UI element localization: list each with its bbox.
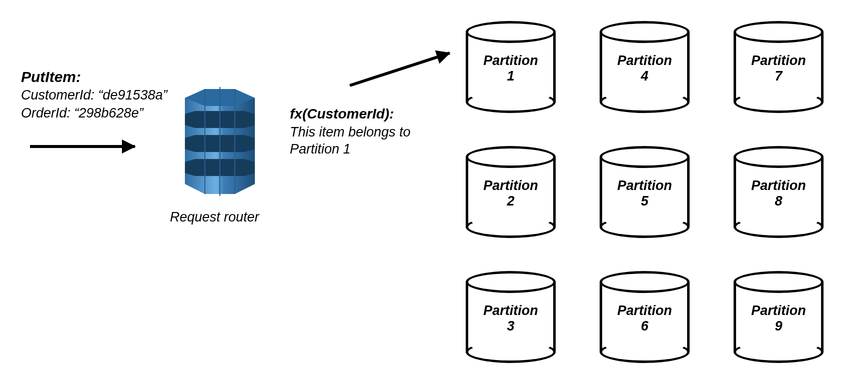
fx-title: fx(CustomerId): (290, 105, 394, 122)
request-order-id: OrderId: “298b628e” (21, 105, 143, 122)
arrow-to-router (30, 145, 135, 148)
fx-line2: Partition 1 (290, 141, 351, 158)
router-caption: Request router (170, 209, 259, 226)
partition-3-label: Partition3 (466, 303, 556, 334)
partition-4-label: Partition4 (600, 53, 690, 84)
partition-5-label: Partition5 (600, 178, 690, 209)
request-operation: PutItem: (21, 68, 81, 86)
partition-7-label: Partition7 (734, 53, 824, 84)
partition-4-cylinder: Partition4 (600, 21, 690, 111)
arrow-to-partition (349, 52, 450, 87)
partition-6-label: Partition6 (600, 303, 690, 334)
partition-1-label: Partition1 (466, 53, 556, 84)
request-router-icon (170, 84, 270, 204)
partition-7-cylinder: Partition7 (734, 21, 824, 111)
partition-2-label: Partition2 (466, 178, 556, 209)
partition-6-cylinder: Partition6 (600, 271, 690, 361)
partition-9-cylinder: Partition9 (734, 271, 824, 361)
partition-1-cylinder: Partition1 (466, 21, 556, 111)
partition-5-cylinder: Partition5 (600, 146, 690, 236)
partition-3-cylinder: Partition3 (466, 271, 556, 361)
partition-2-cylinder: Partition2 (466, 146, 556, 236)
partition-8-label: Partition8 (734, 178, 824, 209)
request-customer-id: CustomerId: “de91538a” (21, 87, 167, 104)
partition-9-label: Partition9 (734, 303, 824, 334)
partition-8-cylinder: Partition8 (734, 146, 824, 236)
fx-line1: This item belongs to (290, 124, 411, 141)
